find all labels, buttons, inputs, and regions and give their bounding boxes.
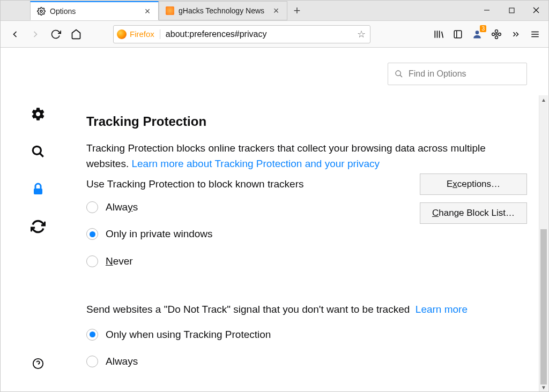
dnt-learn-more-link[interactable]: Learn more	[416, 304, 468, 315]
close-window-button[interactable]	[524, 0, 548, 20]
svg-point-11	[476, 31, 479, 34]
category-sidebar	[1, 48, 76, 392]
scroll-thumb[interactable]	[540, 229, 547, 385]
forward-button[interactable]	[26, 25, 44, 43]
close-icon[interactable]: ×	[143, 7, 152, 15]
radio-always[interactable]: Always	[86, 200, 304, 215]
menu-button[interactable]	[527, 26, 543, 42]
minimize-button[interactable]	[474, 0, 499, 20]
radio-never[interactable]: Never	[86, 254, 304, 269]
back-button[interactable]	[6, 25, 24, 43]
new-tab-button[interactable]: +	[287, 1, 307, 20]
radio-dnt-only-tp[interactable]: Only when using Tracking Protection	[86, 327, 527, 343]
dnt-text: Send websites a "Do Not Track" signal th…	[86, 302, 527, 318]
tab-ghacks[interactable]: gHacks Technology News ×	[159, 1, 287, 20]
close-icon[interactable]: ×	[272, 7, 280, 14]
search-category-icon[interactable]	[31, 144, 46, 159]
tab-title: Options	[50, 7, 143, 16]
svg-rect-9	[454, 31, 462, 38]
url-text: about:preferences#privacy	[166, 29, 356, 39]
window-controls	[474, 0, 548, 20]
find-input[interactable]	[409, 69, 520, 79]
extension-icon[interactable]: 3	[469, 26, 485, 42]
svg-rect-2	[509, 8, 514, 13]
svg-point-16	[498, 33, 501, 35]
exceptions-button[interactable]: Exceptions…	[420, 174, 527, 195]
main-panel: Tracking Protection Tracking Protection …	[76, 48, 548, 392]
home-button[interactable]	[67, 25, 85, 43]
radio-icon	[86, 201, 98, 213]
identity-label: Firefox	[130, 29, 154, 39]
change-blocklist-button[interactable]: Change Block List…	[420, 202, 527, 224]
title-bar: Options × gHacks Technology News × +	[1, 1, 548, 21]
gear-icon	[37, 7, 46, 16]
svg-line-26	[400, 75, 402, 77]
radio-icon	[86, 255, 98, 267]
svg-line-21	[40, 153, 43, 157]
search-icon	[395, 70, 403, 78]
tab-title: gHacks Technology News	[179, 6, 272, 15]
scroll-down-icon[interactable]: ▼	[539, 383, 548, 392]
url-bar[interactable]: Firefox about:preferences#privacy ☆	[113, 25, 370, 43]
radio-private-windows[interactable]: Only in private windows	[86, 227, 304, 242]
svg-line-8	[442, 32, 443, 38]
firefox-icon	[117, 29, 127, 39]
tp-radio-group: Always Only in private windows Never	[86, 200, 304, 269]
general-category-icon[interactable]	[31, 107, 46, 122]
svg-point-20	[33, 146, 41, 154]
bookmark-star-icon[interactable]: ☆	[356, 28, 367, 40]
radio-icon	[86, 228, 98, 240]
tab-strip: Options × gHacks Technology News × +	[1, 1, 474, 20]
tp-subhead: Use Tracking Protection to block known t…	[86, 177, 304, 192]
learn-more-link[interactable]: Learn more about Tracking Protection and…	[131, 158, 380, 169]
vertical-scrollbar[interactable]: ▲ ▼	[539, 95, 548, 392]
radio-dnt-always[interactable]: Always	[86, 354, 527, 370]
sync-category-icon[interactable]	[31, 219, 46, 234]
svg-point-13	[495, 29, 498, 32]
nav-toolbar: Firefox about:preferences#privacy ☆ 3	[1, 21, 548, 48]
radio-icon	[86, 329, 98, 341]
dnt-section: Send websites a "Do Not Track" signal th…	[86, 302, 527, 370]
reload-button[interactable]	[47, 25, 65, 43]
find-in-options[interactable]	[388, 63, 527, 85]
svg-point-12	[495, 33, 497, 35]
svg-point-15	[492, 33, 495, 35]
sidebar-icon[interactable]	[450, 26, 466, 42]
tab-options[interactable]: Options ×	[30, 1, 159, 20]
support-icon[interactable]	[31, 356, 46, 371]
site-favicon	[166, 6, 174, 15]
identity-box[interactable]: Firefox	[117, 29, 160, 39]
svg-point-25	[396, 71, 400, 76]
radio-icon	[86, 356, 98, 367]
overflow-icon[interactable]	[508, 26, 524, 42]
section-description: Tracking Protection blocks online tracke…	[86, 141, 515, 171]
flower-icon[interactable]	[488, 26, 505, 42]
content-area: Tracking Protection Tracking Protection …	[1, 48, 548, 392]
section-heading: Tracking Protection	[86, 112, 527, 131]
scroll-up-icon[interactable]: ▲	[539, 95, 548, 104]
notification-badge: 3	[480, 25, 486, 32]
svg-point-14	[495, 36, 498, 39]
maximize-button[interactable]	[499, 0, 524, 20]
privacy-category-icon[interactable]	[31, 182, 46, 197]
library-icon[interactable]	[431, 26, 447, 42]
svg-point-0	[40, 10, 42, 12]
svg-rect-22	[34, 189, 42, 194]
